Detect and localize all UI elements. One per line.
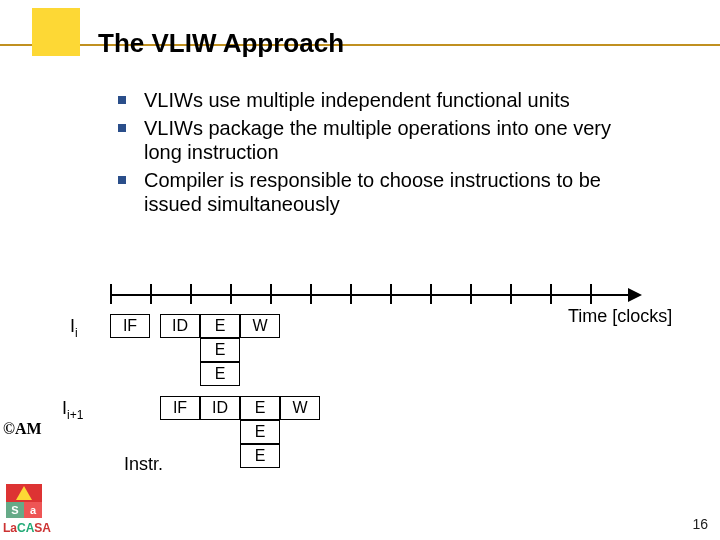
timeline-tick xyxy=(590,284,592,304)
row-label-i: Ii xyxy=(70,316,78,340)
timeline-label: Time [clocks] xyxy=(568,306,672,327)
bullet-list: VLIWs use multiple independent functiona… xyxy=(118,88,648,220)
stage-e: E xyxy=(240,420,280,444)
stage-id: ID xyxy=(160,314,200,338)
bullet-square-icon xyxy=(118,124,126,132)
timeline-tick xyxy=(550,284,552,304)
timeline-tick xyxy=(110,284,112,304)
timeline-tick xyxy=(430,284,432,304)
timeline-axis: Time [clocks] xyxy=(110,280,640,310)
pipeline-diagram: Time [clocks] Ii IF ID E E E W Ii+1 IF I… xyxy=(60,280,660,480)
lacasa-text: LaCASA xyxy=(3,521,51,535)
timeline-tick xyxy=(150,284,152,304)
timeline-tick xyxy=(230,284,232,304)
logo-triangle-icon xyxy=(16,486,32,500)
timeline-tick xyxy=(310,284,312,304)
stage-id: ID xyxy=(200,396,240,420)
logo-s: S xyxy=(6,502,24,518)
copyright-am: ©AM xyxy=(3,420,42,438)
bullet-item: VLIWs package the multiple operations in… xyxy=(118,116,648,164)
bullet-square-icon xyxy=(118,176,126,184)
bullet-item: VLIWs use multiple independent functiona… xyxy=(118,88,648,112)
stage-w: W xyxy=(280,396,320,420)
stage-e: E xyxy=(240,396,280,420)
timeline-tick xyxy=(390,284,392,304)
stage-if: IF xyxy=(160,396,200,420)
stage-e: E xyxy=(200,338,240,362)
stage-e: E xyxy=(200,362,240,386)
timeline-line xyxy=(110,294,630,296)
timeline-tick xyxy=(470,284,472,304)
bullet-item: Compiler is responsible to choose instru… xyxy=(118,168,648,216)
bullet-text: VLIWs use multiple independent functiona… xyxy=(144,88,570,112)
lacasa-logo-icon: S a xyxy=(6,484,42,518)
page-number: 16 xyxy=(692,516,708,532)
stage-e: E xyxy=(240,444,280,468)
logo-a: a xyxy=(24,502,42,518)
timeline-tick xyxy=(350,284,352,304)
stage-e: E xyxy=(200,314,240,338)
header-bar: The VLIW Approach xyxy=(0,8,720,68)
slide-title: The VLIW Approach xyxy=(98,28,344,59)
timeline-tick xyxy=(270,284,272,304)
row-label-i1: Ii+1 xyxy=(62,398,83,422)
bullet-square-icon xyxy=(118,96,126,104)
stage-w: W xyxy=(240,314,280,338)
instr-label: Instr. xyxy=(124,454,163,475)
timeline-tick xyxy=(510,284,512,304)
header-accent-block xyxy=(32,8,80,56)
bullet-text: VLIWs package the multiple operations in… xyxy=(144,116,648,164)
stage-if: IF xyxy=(110,314,150,338)
timeline-tick xyxy=(190,284,192,304)
arrowhead-icon xyxy=(628,288,642,302)
bullet-text: Compiler is responsible to choose instru… xyxy=(144,168,648,216)
